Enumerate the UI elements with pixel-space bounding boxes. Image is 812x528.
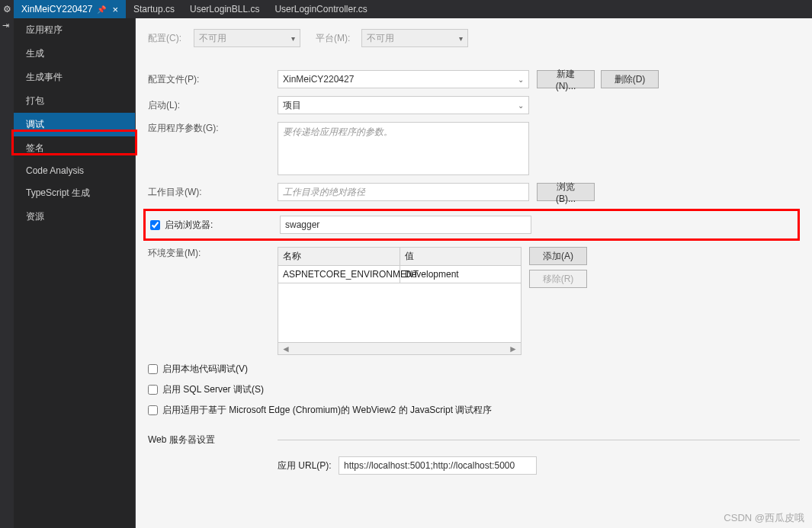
platform-dropdown: 不可用 [361,29,468,47]
platform-label: 平台(M): [316,32,361,45]
sql-debug-label: 启用 SQL Server 调试(S) [162,383,264,396]
pin-icon[interactable]: 📌 [97,5,106,14]
tab-bar: ⚙ XinMeiCY220427 📌 × Startup.cs UserLogi… [0,0,812,18]
webserver-heading: Web 服务器设置 [148,434,278,446]
config-dropdown: 不可用 [194,29,300,47]
sidebar-item-application[interactable]: 应用程序 [14,18,135,42]
sidebar-item-typescript[interactable]: TypeScript 生成 [14,181,135,205]
add-env-button[interactable]: 添加(A) [529,247,587,265]
left-rail: ⇥ [0,18,14,528]
launch-dropdown[interactable]: 项目 [278,96,529,114]
native-debug-checkbox[interactable] [148,364,158,374]
webview2-debug-checkbox[interactable] [148,405,158,415]
env-table: 名称 值 ASPNETCORE_ENVIRONMENT Development … [278,247,522,355]
gear-icon[interactable]: ⚙ [0,0,14,18]
tab-startup[interactable]: Startup.cs [126,0,182,18]
highlight-browser: 启动浏览器: [143,209,800,241]
tab-project-active[interactable]: XinMeiCY220427 📌 × [14,0,126,18]
env-col-name: 名称 [278,248,400,265]
workdir-label: 工作目录(W): [148,186,278,199]
appurl-label: 应用 URL(P): [278,459,339,472]
launch-browser-checkbox[interactable] [150,220,160,230]
config-label: 配置(C): [148,32,194,45]
sidebar-item-debug[interactable]: 调试 [14,113,135,136]
sidebar-item-package[interactable]: 打包 [14,89,135,113]
tab-userlogincontroller[interactable]: UserLoginController.cs [267,0,374,18]
env-scrollbar[interactable]: ◄► [278,342,521,354]
envvars-label: 环境变量(M): [148,247,278,260]
sidebar-item-resources[interactable]: 资源 [14,205,135,229]
appurl-input[interactable] [339,456,537,475]
profile-dropdown[interactable]: XinMeiCY220427 [278,70,529,88]
env-row[interactable]: ASPNETCORE_ENVIRONMENT Development [278,266,521,283]
app-args-label: 应用程序参数(G): [148,122,278,135]
launch-label: 启动(L): [148,99,278,112]
content-panel: 配置(C): 不可用 平台(M): 不可用 配置文件(P): XinMeiCY2… [136,18,812,528]
pin-rail-icon[interactable]: ⇥ [0,18,14,33]
webview2-debug-label: 启用适用于基于 Microsoft Edge (Chromium)的 WebVi… [162,404,492,417]
close-icon[interactable]: × [112,4,118,15]
delete-profile-button[interactable]: 删除(D) [601,70,659,88]
new-profile-button[interactable]: 新建(N)... [537,70,595,88]
sidebar-item-build-events[interactable]: 生成事件 [14,66,135,89]
browse-button[interactable]: 浏览(B)... [537,183,595,201]
launch-browser-label: 启动浏览器: [165,219,213,232]
sidebar-item-code-analysis[interactable]: Code Analysis [14,160,135,181]
sidebar: 应用程序 生成 生成事件 打包 调试 签名 Code Analysis Type… [14,18,136,528]
app-args-input[interactable] [278,122,529,175]
sidebar-item-signing[interactable]: 签名 [14,136,135,160]
workdir-input[interactable] [278,183,529,201]
tab-userloginbll[interactable]: UserLoginBLL.cs [182,0,267,18]
sql-debug-checkbox[interactable] [148,385,158,395]
native-debug-label: 启用本地代码调试(V) [162,363,248,376]
tab-label: XinMeiCY220427 [21,4,92,14]
sidebar-item-build[interactable]: 生成 [14,42,135,66]
env-col-value: 值 [400,248,521,265]
watermark: CSDN @西瓜皮哦 [724,511,804,525]
remove-env-button: 移除(R) [529,270,587,288]
profile-label: 配置文件(P): [148,73,278,86]
launch-browser-input[interactable] [280,216,531,234]
